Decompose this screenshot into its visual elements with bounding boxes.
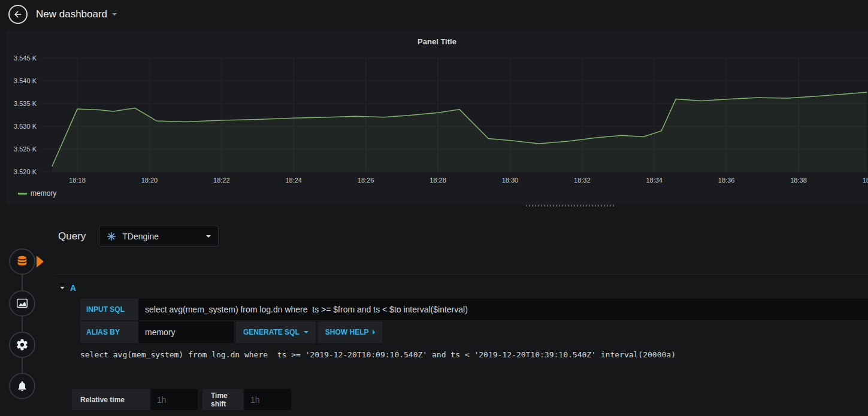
- svg-text:18:40: 18:40: [863, 177, 868, 184]
- chevron-down-icon: [206, 235, 211, 238]
- svg-text:18:28: 18:28: [430, 177, 446, 184]
- query-editor: Query TDengine A INPUT SQL ALIAS BY GE: [0, 215, 868, 410]
- time-shift-label: Time shift: [202, 389, 243, 410]
- datasource-name: TDengine: [122, 232, 200, 241]
- input-sql-row: INPUT SQL: [80, 299, 868, 320]
- query-ref-id: A: [70, 283, 76, 293]
- input-sql-label: INPUT SQL: [80, 299, 138, 320]
- generated-sql-text: select avg(mem_system) from log.dn where…: [80, 350, 868, 359]
- dashboard-title-dropdown[interactable]: New dashboard: [36, 8, 117, 20]
- svg-text:3.530 K: 3.530 K: [14, 123, 37, 130]
- svg-text:18:30: 18:30: [502, 177, 519, 184]
- show-help-label: SHOW HELP: [325, 328, 369, 336]
- svg-text:18:36: 18:36: [718, 177, 735, 184]
- generate-sql-label: GENERATE SQL: [243, 328, 300, 336]
- back-button[interactable]: [8, 5, 28, 24]
- tdengine-logo-icon: [107, 232, 116, 241]
- generate-sql-button[interactable]: GENERATE SQL: [236, 321, 316, 343]
- svg-text:3.525 K: 3.525 K: [14, 145, 37, 153]
- svg-text:18:32: 18:32: [574, 177, 591, 184]
- svg-text:3.540 K: 3.540 K: [14, 77, 37, 84]
- query-row-header[interactable]: A: [60, 282, 868, 294]
- top-nav: New dashboard: [0, 0, 868, 29]
- chevron-down-icon: [304, 331, 309, 333]
- svg-text:18:34: 18:34: [646, 177, 663, 184]
- legend[interactable]: memory: [18, 189, 56, 198]
- svg-text:18:20: 18:20: [141, 177, 158, 184]
- alias-by-label: ALIAS BY: [80, 321, 138, 343]
- svg-text:18:38: 18:38: [790, 177, 807, 184]
- dashboard-title: New dashboard: [36, 8, 107, 20]
- alias-by-field[interactable]: [139, 321, 234, 343]
- time-shift-input[interactable]: [244, 389, 291, 410]
- chevron-down-icon: [112, 13, 117, 16]
- query-header: Query TDengine: [58, 226, 868, 247]
- alias-by-row: ALIAS BY GENERATE SQL SHOW HELP: [80, 321, 868, 343]
- time-series-chart: 3.520 K3.525 K3.530 K3.535 K3.540 K3.545…: [6, 30, 868, 205]
- datasource-picker[interactable]: TDengine: [99, 226, 219, 247]
- show-help-button[interactable]: SHOW HELP: [318, 321, 383, 343]
- graph-panel: Panel Title 3.520 K3.525 K3.530 K3.535 K…: [6, 30, 868, 205]
- svg-text:18:18: 18:18: [69, 177, 86, 184]
- relative-time-input[interactable]: [151, 389, 198, 410]
- legend-swatch: [18, 193, 27, 195]
- time-options-row: Relative time Time shift: [72, 389, 868, 410]
- svg-text:18:22: 18:22: [213, 177, 230, 184]
- legend-label[interactable]: memory: [31, 189, 56, 198]
- svg-text:3.535 K: 3.535 K: [14, 100, 37, 107]
- input-sql-field[interactable]: [139, 299, 868, 320]
- svg-text:18:26: 18:26: [358, 177, 374, 184]
- collapse-icon[interactable]: [60, 287, 65, 289]
- query-section-title: Query: [58, 230, 86, 242]
- relative-time-label: Relative time: [72, 389, 150, 410]
- horizontal-scrollbar[interactable]: [526, 205, 616, 207]
- svg-text:3.520 K: 3.520 K: [14, 168, 37, 175]
- svg-text:18:24: 18:24: [285, 177, 302, 184]
- svg-text:3.545 K: 3.545 K: [14, 54, 37, 62]
- chevron-right-icon: [373, 330, 375, 335]
- arrow-left-icon: [13, 9, 23, 20]
- query-separator: [55, 274, 868, 275]
